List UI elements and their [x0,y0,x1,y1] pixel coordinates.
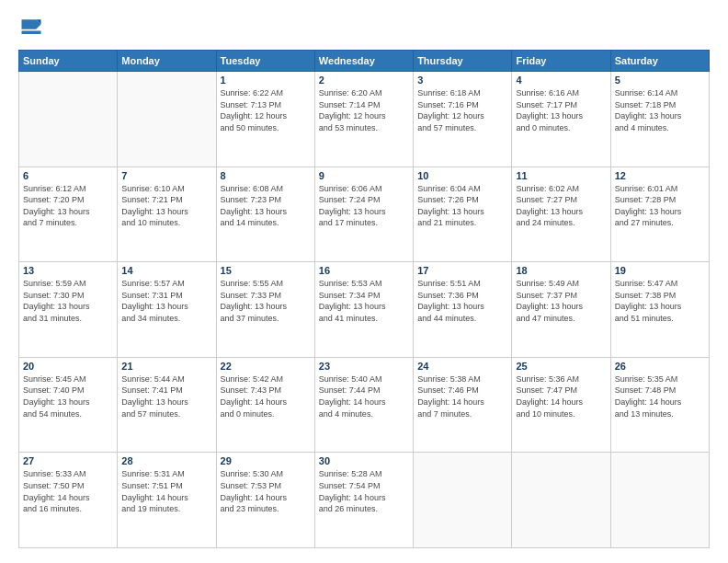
day-number: 8 [221,170,311,181]
calendar-cell: 8Sunrise: 6:08 AM Sunset: 7:23 PM Daylig… [216,167,314,262]
day-number: 2 [319,75,409,86]
calendar-cell [610,453,709,548]
calendar-cell: 2Sunrise: 6:20 AM Sunset: 7:14 PM Daylig… [314,72,413,167]
weekday-header-wednesday: Wednesday [314,51,413,72]
day-number: 1 [221,75,311,86]
day-info: Sunrise: 5:53 AM Sunset: 7:34 PM Dayligh… [319,278,409,324]
header [18,15,710,40]
calendar-cell: 17Sunrise: 5:51 AM Sunset: 7:36 PM Dayli… [414,262,512,358]
calendar: SundayMondayTuesdayWednesdayThursdayFrid… [18,50,710,548]
day-number: 26 [615,361,705,372]
day-number: 17 [417,265,507,276]
day-number: 3 [417,75,507,86]
weekday-header-thursday: Thursday [414,51,512,72]
day-info: Sunrise: 6:06 AM Sunset: 7:24 PM Dayligh… [319,183,409,229]
calendar-cell: 5Sunrise: 6:14 AM Sunset: 7:18 PM Daylig… [610,72,709,167]
day-info: Sunrise: 5:55 AM Sunset: 7:33 PM Dayligh… [221,278,311,324]
calendar-cell: 1Sunrise: 6:22 AM Sunset: 7:13 PM Daylig… [216,72,314,167]
calendar-cell: 20Sunrise: 5:45 AM Sunset: 7:40 PM Dayli… [19,357,118,453]
day-info: Sunrise: 5:36 AM Sunset: 7:47 PM Dayligh… [516,373,606,419]
day-info: Sunrise: 5:59 AM Sunset: 7:30 PM Dayligh… [23,278,113,324]
day-info: Sunrise: 6:16 AM Sunset: 7:17 PM Dayligh… [516,87,606,133]
day-number: 7 [121,170,211,181]
calendar-cell: 16Sunrise: 5:53 AM Sunset: 7:34 PM Dayli… [314,262,413,358]
weekday-header-saturday: Saturday [610,51,709,72]
day-number: 23 [319,361,409,372]
day-info: Sunrise: 5:42 AM Sunset: 7:43 PM Dayligh… [221,373,311,419]
day-number: 27 [23,455,113,466]
day-info: Sunrise: 5:33 AM Sunset: 7:50 PM Dayligh… [23,468,113,514]
day-info: Sunrise: 6:10 AM Sunset: 7:21 PM Dayligh… [121,183,211,229]
day-number: 18 [516,265,606,276]
calendar-cell: 21Sunrise: 5:44 AM Sunset: 7:41 PM Dayli… [118,357,216,453]
day-number: 12 [615,170,705,181]
day-number: 5 [615,75,705,86]
day-number: 13 [23,265,113,276]
day-number: 30 [319,455,409,466]
calendar-cell: 14Sunrise: 5:57 AM Sunset: 7:31 PM Dayli… [118,262,216,358]
calendar-cell: 9Sunrise: 6:06 AM Sunset: 7:24 PM Daylig… [314,167,413,262]
calendar-row-4: 20Sunrise: 5:45 AM Sunset: 7:40 PM Dayli… [19,357,710,453]
calendar-cell: 23Sunrise: 5:40 AM Sunset: 7:44 PM Dayli… [314,357,413,453]
calendar-cell: 27Sunrise: 5:33 AM Sunset: 7:50 PM Dayli… [19,453,118,548]
day-info: Sunrise: 6:02 AM Sunset: 7:27 PM Dayligh… [516,183,606,229]
day-number: 14 [121,265,211,276]
day-number: 11 [516,170,606,181]
calendar-cell: 19Sunrise: 5:47 AM Sunset: 7:38 PM Dayli… [610,262,709,358]
calendar-row-2: 6Sunrise: 6:12 AM Sunset: 7:20 PM Daylig… [19,167,710,262]
calendar-cell [414,453,512,548]
day-info: Sunrise: 6:14 AM Sunset: 7:18 PM Dayligh… [615,87,705,133]
day-info: Sunrise: 5:28 AM Sunset: 7:54 PM Dayligh… [319,468,409,514]
calendar-cell: 15Sunrise: 5:55 AM Sunset: 7:33 PM Dayli… [216,262,314,358]
page: SundayMondayTuesdayWednesdayThursdayFrid… [0,0,728,563]
day-info: Sunrise: 6:20 AM Sunset: 7:14 PM Dayligh… [319,87,409,133]
calendar-cell: 26Sunrise: 5:35 AM Sunset: 7:48 PM Dayli… [610,357,709,453]
calendar-cell: 22Sunrise: 5:42 AM Sunset: 7:43 PM Dayli… [216,357,314,453]
calendar-cell: 13Sunrise: 5:59 AM Sunset: 7:30 PM Dayli… [19,262,118,358]
calendar-cell [19,72,118,167]
day-info: Sunrise: 5:49 AM Sunset: 7:37 PM Dayligh… [516,278,606,324]
calendar-cell: 24Sunrise: 5:38 AM Sunset: 7:46 PM Dayli… [414,357,512,453]
logo [18,15,48,40]
day-number: 19 [615,265,705,276]
day-info: Sunrise: 6:18 AM Sunset: 7:16 PM Dayligh… [417,87,507,133]
day-number: 24 [417,361,507,372]
calendar-cell [512,453,610,548]
calendar-cell: 7Sunrise: 6:10 AM Sunset: 7:21 PM Daylig… [118,167,216,262]
calendar-cell [118,72,216,167]
calendar-row-1: 1Sunrise: 6:22 AM Sunset: 7:13 PM Daylig… [19,72,710,167]
day-number: 21 [121,361,211,372]
day-info: Sunrise: 6:22 AM Sunset: 7:13 PM Dayligh… [221,87,311,133]
day-info: Sunrise: 5:44 AM Sunset: 7:41 PM Dayligh… [121,373,211,419]
svg-rect-1 [22,31,41,35]
calendar-row-5: 27Sunrise: 5:33 AM Sunset: 7:50 PM Dayli… [19,453,710,548]
day-number: 16 [319,265,409,276]
day-info: Sunrise: 5:57 AM Sunset: 7:31 PM Dayligh… [121,278,211,324]
calendar-cell: 4Sunrise: 6:16 AM Sunset: 7:17 PM Daylig… [512,72,610,167]
day-number: 10 [417,170,507,181]
weekday-header-row: SundayMondayTuesdayWednesdayThursdayFrid… [19,51,710,72]
day-info: Sunrise: 5:47 AM Sunset: 7:38 PM Dayligh… [615,278,705,324]
calendar-cell: 11Sunrise: 6:02 AM Sunset: 7:27 PM Dayli… [512,167,610,262]
day-info: Sunrise: 6:04 AM Sunset: 7:26 PM Dayligh… [417,183,507,229]
day-number: 22 [221,361,311,372]
day-info: Sunrise: 5:31 AM Sunset: 7:51 PM Dayligh… [121,468,211,514]
weekday-header-monday: Monday [118,51,216,72]
calendar-cell: 29Sunrise: 5:30 AM Sunset: 7:53 PM Dayli… [216,453,314,548]
weekday-header-sunday: Sunday [19,51,118,72]
calendar-cell: 3Sunrise: 6:18 AM Sunset: 7:16 PM Daylig… [414,72,512,167]
weekday-header-tuesday: Tuesday [216,51,314,72]
calendar-cell: 25Sunrise: 5:36 AM Sunset: 7:47 PM Dayli… [512,357,610,453]
day-info: Sunrise: 5:35 AM Sunset: 7:48 PM Dayligh… [615,373,705,419]
day-number: 25 [516,361,606,372]
day-number: 29 [221,455,311,466]
day-info: Sunrise: 6:12 AM Sunset: 7:20 PM Dayligh… [23,183,113,229]
day-info: Sunrise: 6:08 AM Sunset: 7:23 PM Dayligh… [221,183,311,229]
day-info: Sunrise: 5:45 AM Sunset: 7:40 PM Dayligh… [23,373,113,419]
weekday-header-friday: Friday [512,51,610,72]
calendar-cell: 6Sunrise: 6:12 AM Sunset: 7:20 PM Daylig… [19,167,118,262]
day-info: Sunrise: 5:51 AM Sunset: 7:36 PM Dayligh… [417,278,507,324]
day-number: 20 [23,361,113,372]
day-number: 4 [516,75,606,86]
day-number: 15 [221,265,311,276]
